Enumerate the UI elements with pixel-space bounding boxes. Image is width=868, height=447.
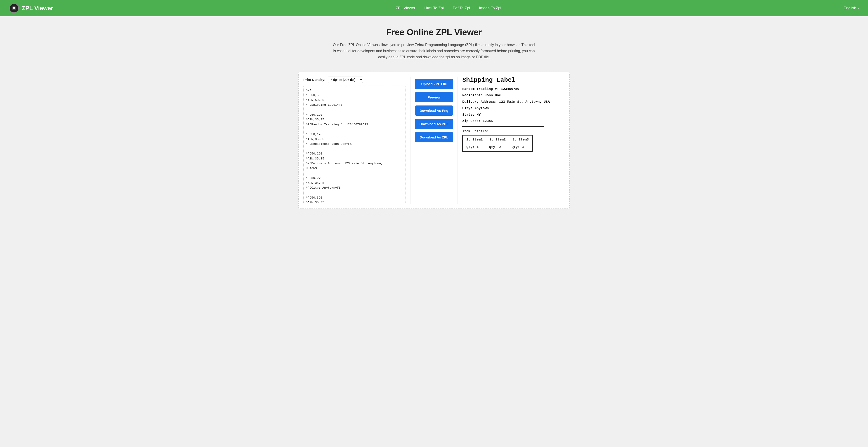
- download-png-button[interactable]: Download As Png: [415, 105, 453, 116]
- nav-html-to-zpl[interactable]: Html To Zpl: [424, 6, 444, 10]
- items-row-names: 1. Item1 2. Item2 3. Item3: [466, 138, 529, 142]
- city-field: City: Anytown: [462, 106, 565, 111]
- action-buttons-section: Upload ZPL File Preview Download As Png …: [410, 76, 458, 204]
- print-density-label: Print Density:: [303, 78, 326, 81]
- upload-zpl-button[interactable]: Upload ZPL File: [415, 79, 453, 89]
- logo-area: ZPL Viewer: [9, 3, 53, 13]
- zpl-code-editor[interactable]: ^XA ^FO50,50 ^A0N,50,50 ^FDShipping Labe…: [303, 85, 406, 203]
- chevron-down-icon: ▾: [858, 6, 859, 10]
- item3-name: 3. Item3: [513, 138, 529, 142]
- print-density-row: Print Density: 8 dpmm (203 dpi) 12 dpmm …: [303, 76, 406, 83]
- hero-section: Free Online ZPL Viewer Our Free ZPL Onli…: [0, 16, 868, 67]
- download-zpl-button[interactable]: Download As ZPL: [415, 132, 453, 142]
- item1-qty: Qty: 1: [466, 145, 482, 149]
- item2-qty: Qty: 2: [489, 145, 505, 149]
- main-nav: ZPL Viewer Html To Zpl Pdf To Zpl Image …: [396, 6, 501, 10]
- download-pdf-button[interactable]: Download As PDF: [415, 119, 453, 129]
- recipient-field: Recipient: John Doe: [462, 93, 565, 98]
- editor-section: Print Density: 8 dpmm (203 dpi) 12 dpmm …: [303, 76, 410, 204]
- address-field: Delivery Address: 123 Main St, Anytown, …: [462, 100, 565, 105]
- preview-button[interactable]: Preview: [415, 92, 453, 102]
- label-title: Shipping Label: [462, 76, 565, 83]
- label-preview: Shipping Label Random Tracking #: 123456…: [462, 76, 565, 152]
- item2-name: 2. Item2: [489, 138, 506, 142]
- item-details-label: Item Details:: [462, 130, 565, 133]
- item3-qty: Qty: 3: [512, 145, 527, 149]
- item1-name: 1. Item1: [466, 138, 483, 142]
- site-header: ZPL Viewer ZPL Viewer Html To Zpl Pdf To…: [0, 0, 868, 16]
- state-field: State: NY: [462, 112, 565, 118]
- language-label: English: [844, 6, 856, 10]
- nav-zpl-viewer[interactable]: ZPL Viewer: [396, 6, 415, 10]
- svg-rect-3: [13, 8, 15, 9]
- items-row-qty: Qty: 1 Qty: 2 Qty: 3: [466, 145, 529, 149]
- preview-section: Shipping Label Random Tracking #: 123456…: [458, 76, 565, 204]
- label-divider: [462, 126, 544, 127]
- zip-field: Zip Code: 12345: [462, 119, 565, 124]
- print-density-select[interactable]: 8 dpmm (203 dpi) 12 dpmm (300 dpi) 24 dp…: [328, 76, 363, 83]
- items-table: 1. Item1 2. Item2 3. Item3 Qty: 1 Qty: 2…: [462, 135, 533, 152]
- printer-icon: [11, 5, 17, 11]
- svg-rect-2: [13, 7, 15, 8]
- site-title: ZPL Viewer: [22, 5, 53, 12]
- page-title: Free Online ZPL Viewer: [4, 28, 864, 37]
- logo-icon: [9, 3, 19, 13]
- tracking-field: Random Tracking #: 123456789: [462, 87, 565, 92]
- hero-description: Our Free ZPL Online Viewer allows you to…: [332, 42, 536, 60]
- main-panel: Print Density: 8 dpmm (203 dpi) 12 dpmm …: [298, 72, 569, 209]
- nav-image-to-zpl[interactable]: Image To Zpl: [479, 6, 501, 10]
- nav-pdf-to-zpl[interactable]: Pdf To Zpl: [453, 6, 470, 10]
- language-selector[interactable]: English ▾: [844, 6, 859, 10]
